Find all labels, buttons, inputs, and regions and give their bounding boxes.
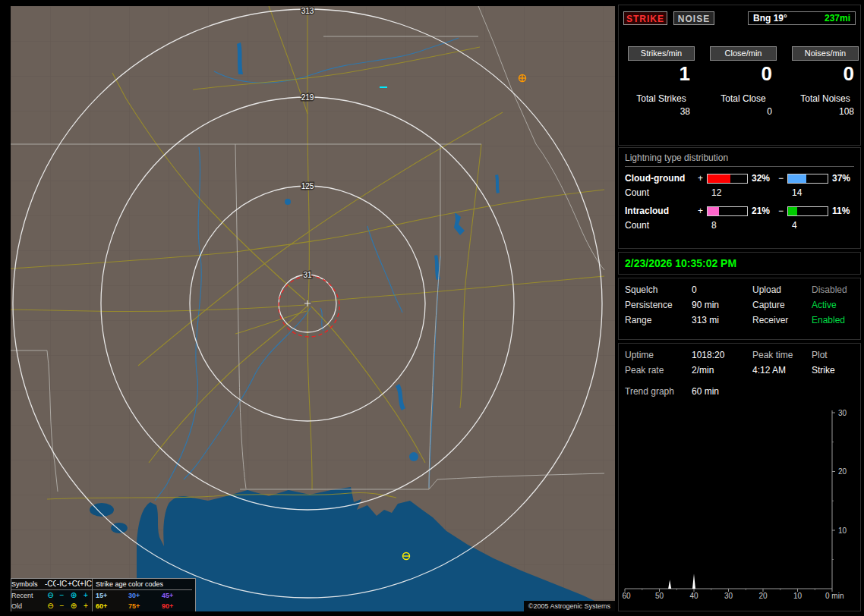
- persistence-value: 90 min: [692, 300, 752, 310]
- upload-value: Disabled: [812, 285, 860, 295]
- cloud-ground-label: Cloud-ground: [625, 173, 698, 184]
- lightning-map[interactable]: 313 219 125 31 Symbols -CG -IC +CG +IC S…: [11, 6, 615, 611]
- uptime-value: 1018:20: [692, 350, 752, 360]
- y-tick-30: 30: [838, 409, 847, 417]
- old-pic-icon: +: [80, 601, 92, 611]
- trend-graph: 60 50 40 30 20 10 0 min 30 20 10: [619, 403, 860, 608]
- trend-y-ticks: [832, 413, 835, 560]
- cg-plus-pct: 32%: [748, 173, 778, 184]
- plot-label: Plot: [812, 350, 860, 360]
- cg-minus-bar: [787, 174, 828, 184]
- total-strikes-label: Total Strikes: [623, 93, 699, 104]
- copyright-text: ©2005 Astrogenic Systems: [524, 601, 615, 611]
- receiver-value: Enabled: [812, 316, 860, 325]
- age-code-15: 15+: [92, 590, 125, 601]
- legend-col-pic: +IC: [80, 579, 92, 590]
- y-tick-10: 10: [838, 526, 847, 535]
- ring-label-219: 219: [301, 93, 314, 102]
- datetime-section: 2/23/2026 10:35:02 PM: [618, 252, 861, 275]
- ring-label-31: 31: [303, 271, 312, 279]
- trend-graph-label: Trend graph: [625, 387, 692, 397]
- map-svg: 313 219 125 31: [11, 6, 615, 611]
- ic-minus-bar: [787, 206, 828, 216]
- total-close-value: 0: [705, 106, 781, 117]
- x-tick-10: 10: [793, 592, 803, 600]
- persistence-label: Persistence: [625, 300, 692, 310]
- old-ncg-icon: ⊖: [45, 601, 56, 611]
- ic-plus-pct: 21%: [748, 206, 778, 216]
- legend-old-label: Old: [11, 601, 45, 611]
- legend-recent-label: Recent: [11, 590, 45, 601]
- squelch-label: Squelch: [625, 285, 692, 295]
- legend-col-pcg: +CG: [68, 579, 80, 590]
- age-code-45: 45+: [159, 590, 192, 601]
- ic-plus-bar: [707, 206, 748, 216]
- recent-nic-icon: −: [56, 590, 68, 601]
- cg-minus-count: 14: [787, 187, 828, 198]
- capture-label: Capture: [752, 300, 812, 310]
- bearing-distance: 237mi: [825, 13, 850, 24]
- ring-label-125: 125: [301, 182, 314, 190]
- age-code-75: 75+: [125, 601, 159, 611]
- total-close-label: Total Close: [705, 93, 781, 104]
- x-tick-50: 50: [655, 592, 664, 600]
- status-panel: STRIKE NOISE Bng 19° 237mi Strikes/min C…: [616, 0, 864, 616]
- noise-mode-button[interactable]: NOISE: [673, 11, 714, 25]
- strike-mode-button[interactable]: STRIKE: [623, 11, 667, 25]
- distribution-section: Lightning type distribution Cloud-ground…: [618, 147, 861, 249]
- noises-per-min-badge[interactable]: Noises/min: [792, 46, 859, 61]
- ic-minus-pct: 11%: [828, 206, 859, 216]
- age-code-90: 90+: [159, 601, 192, 611]
- ic-minus-count: 4: [787, 220, 828, 231]
- upload-label: Upload: [752, 285, 812, 295]
- squelch-value: 0: [692, 285, 752, 295]
- distribution-title: Lightning type distribution: [625, 152, 854, 167]
- cg-plus-count: 12: [707, 187, 748, 198]
- legend-col-ncg: -CG: [45, 579, 56, 590]
- noises-per-min-value: 0: [787, 63, 863, 84]
- ic-plus-count: 8: [707, 220, 748, 231]
- receiver-label: Receiver: [752, 316, 812, 325]
- peak-rate-label: Peak rate: [625, 366, 692, 376]
- ic-plus-sign: +: [698, 206, 707, 216]
- close-per-min-badge[interactable]: Close/min: [710, 46, 777, 61]
- total-strikes-value: 38: [623, 106, 699, 117]
- x-tick-40: 40: [689, 592, 698, 600]
- plot-value: Strike: [812, 366, 860, 376]
- ring-label-313: 313: [301, 7, 314, 15]
- age-code-30: 30+: [125, 590, 159, 601]
- strikes-per-min-badge[interactable]: Strikes/min: [628, 46, 695, 61]
- session-section: Uptime 1018:20 Peak time Plot Peak rate …: [618, 343, 861, 611]
- strike-marker-old-pcg: [519, 75, 526, 82]
- peak-rate-value: 2/min: [692, 366, 752, 376]
- peak-time-value: 4:12 AM: [752, 366, 812, 376]
- recent-ncg-icon: ⊖: [45, 590, 56, 601]
- y-tick-20: 20: [838, 467, 847, 476]
- bearing-readout[interactable]: Bng 19° 237mi: [748, 11, 856, 25]
- map-legend: Symbols -CG -IC +CG +IC Strike age color…: [11, 578, 196, 611]
- x-tick-0min: 0 min: [825, 592, 844, 600]
- uptime-label: Uptime: [625, 350, 692, 360]
- current-datetime: 2/23/2026 10:35:02 PM: [619, 253, 860, 274]
- cg-plus-bar: [707, 174, 748, 184]
- old-nic-icon: −: [56, 601, 68, 611]
- legend-symbols-header: Symbols: [11, 579, 45, 590]
- age-code-60: 60+: [92, 601, 125, 611]
- total-noises-label: Total Noises: [787, 93, 863, 104]
- old-pcg-icon: ⊕: [68, 601, 80, 611]
- legend-col-nic: -IC: [56, 579, 68, 590]
- recent-pic-icon: +: [80, 590, 92, 601]
- x-tick-20: 20: [758, 592, 768, 600]
- strikes-per-min-value: 1: [623, 63, 699, 84]
- close-per-min-value: 0: [705, 63, 781, 84]
- cg-plus-sign: +: [698, 173, 707, 184]
- cg-minus-sign: −: [778, 173, 787, 184]
- ic-count-label: Count: [625, 220, 698, 231]
- peak-time-label: Peak time: [752, 350, 812, 360]
- legend-age-header: Strike age color codes: [92, 579, 192, 590]
- trend-plot-spikes: [668, 574, 695, 589]
- range-value: 313 mi: [692, 316, 752, 325]
- x-tick-60: 60: [622, 592, 631, 600]
- bearing-value: Bng 19°: [753, 13, 787, 24]
- ic-minus-sign: −: [778, 206, 787, 216]
